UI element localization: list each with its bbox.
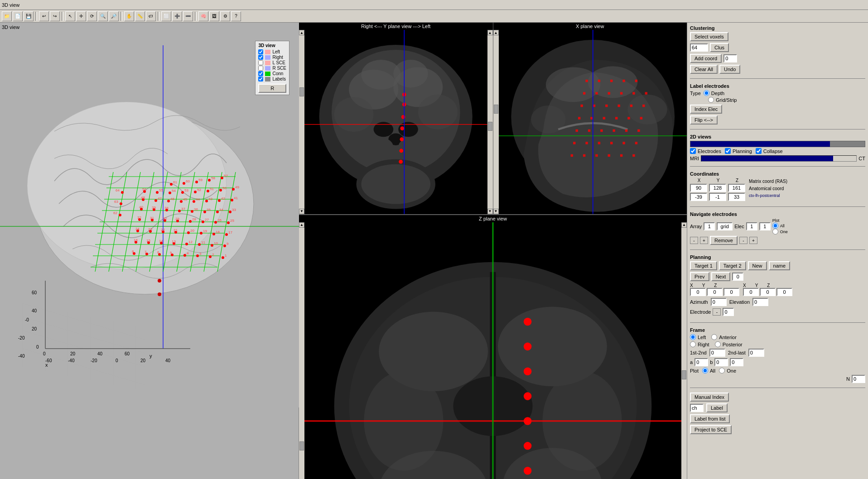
- posterior-radio[interactable]: [715, 341, 721, 347]
- nav-plus2-btn[interactable]: +: [749, 237, 757, 244]
- coord-z-input[interactable]: [728, 184, 745, 192]
- y-plane-view[interactable]: [304, 30, 487, 214]
- z-scroll-up[interactable]: ▲: [299, 222, 304, 228]
- toolbar-help[interactable]: ?: [231, 11, 241, 21]
- z-scroll-left[interactable]: ▲ ▼: [299, 222, 304, 479]
- nav-minus-btn[interactable]: -: [690, 237, 698, 244]
- legend-rsce-check[interactable]: [258, 66, 263, 71]
- toolbar-new[interactable]: 📄: [13, 11, 23, 21]
- target2-button[interactable]: Target 2: [719, 261, 746, 270]
- y-scroll-right-up[interactable]: ▲: [487, 30, 493, 35]
- legend-item-conn[interactable]: Conn: [258, 71, 286, 76]
- array-input[interactable]: [704, 222, 715, 230]
- toolbar-crosshair[interactable]: ✛: [76, 11, 86, 21]
- clustering-value-input[interactable]: [690, 43, 708, 52]
- anterior-radio[interactable]: [711, 334, 717, 340]
- coord-y2-input[interactable]: [709, 193, 726, 201]
- toolbar-settings[interactable]: ⚙: [220, 11, 230, 21]
- legend-labels-check[interactable]: [258, 77, 263, 81]
- y-scroll-up[interactable]: ▲: [299, 30, 304, 35]
- z-scroll-right[interactable]: ▲ ▼: [681, 222, 687, 479]
- c-input[interactable]: [730, 358, 743, 366]
- x-scroll-down[interactable]: ▼: [493, 209, 499, 214]
- y-plane-scroll-right[interactable]: ▲ ▼: [487, 30, 493, 214]
- all2-radio[interactable]: [702, 368, 708, 374]
- legend-item-left[interactable]: Left: [258, 49, 286, 54]
- n-input[interactable]: [852, 375, 865, 383]
- toolbar-zoom-in[interactable]: 🔍: [98, 11, 108, 21]
- view-3d[interactable]: 3D view: [0, 23, 299, 479]
- z-scroll-right-track[interactable]: [681, 228, 687, 479]
- toolbar-seg[interactable]: ⬜: [161, 11, 171, 21]
- mri-slider[interactable]: [701, 155, 857, 162]
- legend-lsce-check[interactable]: [258, 60, 263, 65]
- first-second-input[interactable]: [709, 349, 725, 357]
- coord-z2-input[interactable]: [728, 193, 745, 201]
- target1-button[interactable]: Target 1: [690, 261, 717, 270]
- t1-y[interactable]: [707, 288, 723, 296]
- label-from-list-button[interactable]: Label from list: [690, 414, 730, 423]
- label-button[interactable]: Label: [706, 403, 728, 412]
- all-radio[interactable]: [772, 223, 778, 229]
- nav-plus-btn[interactable]: +: [700, 237, 708, 244]
- right-radio[interactable]: [690, 341, 696, 347]
- legend-r-button[interactable]: R: [258, 84, 286, 93]
- azimuth-input[interactable]: [711, 298, 727, 306]
- toolbar-cursor[interactable]: ↖: [65, 11, 75, 21]
- nav-minus2-btn[interactable]: -: [739, 237, 747, 244]
- second-last-input[interactable]: [748, 349, 764, 357]
- x-scroll-track[interactable]: [493, 35, 499, 209]
- y-scroll-right-track[interactable]: [487, 35, 493, 209]
- grid-input[interactable]: [717, 222, 733, 230]
- toolbar-save[interactable]: 💾: [24, 11, 34, 21]
- t2-y[interactable]: [760, 288, 776, 296]
- toolbar-rotate[interactable]: ⟳: [87, 11, 97, 21]
- index-elec-button[interactable]: Index Elec: [690, 105, 722, 114]
- toolbar-pan[interactable]: ✋: [124, 11, 134, 21]
- remove-button[interactable]: Remove: [710, 236, 738, 245]
- legend-item-right[interactable]: Right: [258, 55, 286, 60]
- undo-button[interactable]: Undo: [719, 65, 740, 74]
- prev-button[interactable]: Prev: [690, 272, 709, 281]
- t2-x[interactable]: [743, 288, 759, 296]
- z-scroll-right-up[interactable]: ▲: [681, 222, 687, 228]
- z-scroll-track[interactable]: [299, 228, 304, 479]
- next-val-input[interactable]: [732, 273, 743, 281]
- t1-z[interactable]: [723, 288, 739, 296]
- electrode-minus-btn[interactable]: -: [713, 308, 721, 316]
- select-voxels-button[interactable]: Select voxels: [690, 32, 728, 41]
- legend-right-check[interactable]: [258, 55, 263, 60]
- new-button[interactable]: New: [748, 261, 767, 270]
- name-button[interactable]: name: [769, 261, 791, 270]
- toolbar-add[interactable]: ➕: [172, 11, 182, 21]
- toolbar-zoom-out[interactable]: 🔎: [109, 11, 119, 21]
- y-scroll-down[interactable]: ▼: [299, 209, 304, 214]
- x-plane-view[interactable]: [499, 30, 687, 214]
- y-scroll-track[interactable]: [299, 35, 304, 209]
- toolbar-measure[interactable]: 📏: [135, 11, 145, 21]
- coord-y-input[interactable]: [709, 184, 726, 192]
- depth-radio[interactable]: [704, 90, 709, 96]
- y-plane-scroll-left[interactable]: ▲ ▼: [299, 30, 304, 214]
- electrode-val[interactable]: [723, 308, 734, 316]
- flip-button[interactable]: Flip <-->: [690, 115, 718, 125]
- grid-strip-radio[interactable]: [708, 97, 714, 103]
- toolbar-undo[interactable]: ↩: [39, 11, 49, 21]
- clus-button[interactable]: Clus: [710, 43, 729, 52]
- ch-input[interactable]: [690, 404, 704, 412]
- planning-check[interactable]: [725, 148, 731, 154]
- elevation-input[interactable]: [752, 298, 768, 306]
- t2-z[interactable]: [776, 288, 792, 296]
- toolbar-open[interactable]: 📁: [2, 11, 12, 21]
- t1-x[interactable]: [690, 288, 706, 296]
- one2-radio[interactable]: [719, 368, 725, 374]
- next-button[interactable]: Next: [711, 272, 731, 281]
- coord-x-input[interactable]: [690, 184, 707, 192]
- coord-x2-input[interactable]: [690, 193, 707, 201]
- x-scroll-up[interactable]: ▲: [493, 30, 499, 35]
- collapse-check[interactable]: [756, 148, 762, 154]
- toolbar-redo[interactable]: ↪: [50, 11, 60, 21]
- z-plane-view[interactable]: [304, 222, 681, 479]
- legend-item-labels[interactable]: Labels: [258, 77, 286, 81]
- manual-index-button[interactable]: Manual Index: [690, 393, 729, 402]
